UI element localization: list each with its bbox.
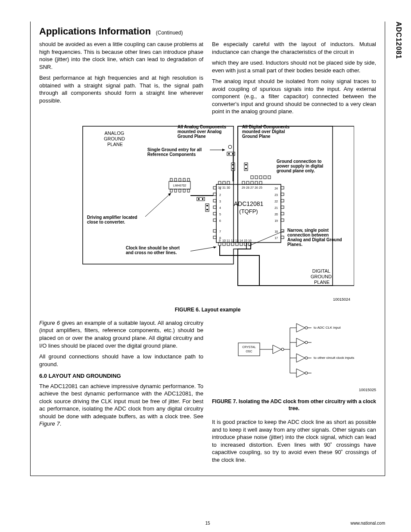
figure-6-id: 10015024	[39, 297, 350, 302]
svg-rect-61	[218, 243, 221, 246]
svg-text:7: 7	[219, 230, 221, 233]
svg-rect-108	[268, 176, 271, 179]
svg-rect-23	[251, 181, 253, 184]
svg-text:CRYSTAL: CRYSTAL	[242, 345, 256, 348]
svg-rect-67	[231, 243, 234, 246]
svg-rect-25	[255, 181, 258, 184]
svg-rect-33	[213, 199, 216, 202]
svg-rect-84	[170, 189, 172, 192]
svg-rect-91	[198, 198, 199, 200]
svg-marker-136	[296, 354, 305, 362]
section-title: Applications Information	[39, 26, 151, 37]
svg-rect-88	[187, 189, 190, 192]
continued-label: (Continued)	[156, 30, 183, 36]
svg-rect-96	[231, 163, 235, 171]
lower-columns: Figure 6 gives an example of a suitable …	[39, 319, 376, 467]
svg-text:9: 9	[219, 239, 221, 242]
svg-rect-81	[179, 178, 181, 181]
svg-text:OSC: OSC	[246, 350, 252, 353]
svg-text:4: 4	[219, 206, 221, 209]
svg-rect-53	[281, 212, 284, 215]
svg-marker-132	[296, 338, 305, 347]
figure-7-container: CRYSTAL OSC to ADC CLK input	[212, 319, 376, 393]
svg-text:12: 12	[231, 239, 234, 242]
svg-text:18: 18	[274, 230, 278, 233]
svg-rect-39	[213, 219, 216, 221]
svg-rect-102	[245, 164, 247, 165]
text: The ADC12081 can achieve impressive dyna…	[39, 383, 203, 420]
svg-text:Ground connection to
        p: Ground connection to power supply in dig…	[277, 159, 324, 173]
svg-rect-65	[227, 243, 230, 246]
section-header: Applications Information (Continued)	[39, 26, 376, 37]
svg-text:23: 23	[274, 193, 278, 196]
svg-text:All Analog Components
        : All Analog Components mounted over Analo…	[177, 124, 227, 139]
svg-rect-87	[183, 189, 185, 192]
side-part-number: ADC12081	[395, 22, 402, 59]
svg-text:25: 25	[259, 186, 262, 189]
svg-rect-59	[281, 236, 284, 239]
svg-text:26: 26	[255, 186, 258, 189]
svg-rect-106	[259, 176, 262, 179]
svg-rect-85	[174, 189, 177, 192]
analog-plane-label: ANALOG GROUND PLANE	[104, 131, 126, 147]
svg-rect-27	[259, 181, 262, 184]
svg-text:17: 17	[274, 236, 278, 240]
svg-rect-19	[242, 181, 245, 184]
svg-rect-35	[213, 206, 216, 208]
paragraph: The ADC12081 can achieve impressive dyna…	[39, 383, 203, 428]
svg-marker-4	[222, 149, 225, 151]
svg-marker-141	[296, 369, 305, 377]
svg-text:29: 29	[242, 186, 245, 189]
svg-rect-43	[213, 236, 216, 239]
svg-text:30: 30	[227, 186, 230, 189]
text: .	[60, 420, 62, 427]
svg-rect-21	[246, 181, 249, 184]
svg-rect-37	[213, 212, 216, 215]
svg-text:(TQFP): (TQFP)	[239, 208, 258, 215]
svg-rect-107	[264, 176, 266, 179]
svg-text:2: 2	[219, 193, 221, 196]
svg-rect-71	[240, 243, 243, 246]
text: gives an example of a suitable layout. A…	[39, 320, 203, 349]
svg-text:22: 22	[274, 200, 278, 203]
top-text-columns: should be avoided as even a little coupl…	[39, 40, 376, 115]
svg-rect-8	[232, 153, 234, 155]
svg-rect-15	[223, 181, 225, 184]
svg-text:13: 13	[235, 239, 239, 242]
page-number: 15	[205, 521, 210, 526]
svg-rect-90	[197, 197, 205, 201]
svg-text:5: 5	[219, 213, 221, 216]
lower-right-column: CRYSTAL OSC to ADC CLK input	[212, 319, 376, 467]
svg-line-110	[145, 193, 171, 217]
svg-rect-82	[183, 178, 185, 181]
svg-rect-47	[281, 193, 284, 196]
svg-rect-55	[281, 219, 284, 221]
svg-rect-92	[202, 198, 203, 200]
svg-text:to other circuit clock inputs: to other circuit clock inputs	[314, 356, 354, 360]
paragraph: All ground connections should have a low…	[39, 353, 203, 368]
svg-rect-94	[206, 205, 208, 206]
svg-text:6: 6	[219, 219, 221, 222]
svg-text:ADC12081: ADC12081	[234, 200, 264, 207]
paragraph: should be avoided as even a little coupl…	[39, 40, 203, 71]
svg-rect-97	[232, 164, 234, 165]
paragraph: which they are used. Inductors should no…	[212, 59, 376, 74]
figure-6-container: ANALOG GROUND PLANE All Analog Component…	[39, 122, 376, 313]
svg-text:Narrow, single point
        c: Narrow, single point connection between …	[287, 228, 343, 247]
svg-text:3: 3	[219, 200, 221, 203]
svg-rect-31	[213, 193, 216, 196]
paragraph: Figure 6 gives an example of a suitable …	[39, 319, 203, 349]
svg-rect-17	[227, 181, 230, 184]
content-frame: Applications Information (Continued) sho…	[30, 22, 385, 476]
lower-left-column: Figure 6 gives an example of a suitable …	[39, 319, 203, 467]
svg-text:21: 21	[274, 206, 278, 209]
svg-text:to ADC CLK input: to ADC CLK input	[314, 326, 341, 330]
svg-text:11: 11	[227, 239, 230, 242]
figure-7-id: 10015025	[212, 387, 376, 392]
figure-7-caption: FIGURE 7. Isolating the ADC clock from o…	[212, 398, 376, 412]
figure-ref: Figure 6	[39, 320, 60, 326]
figure-6-diagram: ANALOG GROUND PLANE All Analog Component…	[61, 122, 354, 294]
svg-text:28: 28	[246, 186, 249, 189]
svg-rect-93	[206, 204, 209, 212]
svg-text:Single Ground entry for all
  : Single Ground entry for all Reference Co…	[147, 147, 203, 157]
